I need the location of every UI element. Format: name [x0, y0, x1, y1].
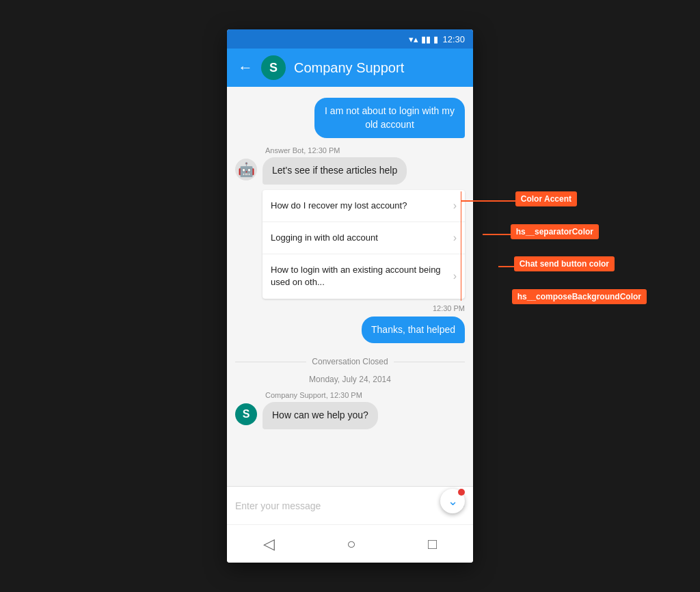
- annotation-separator-color: hs__separatorColor: [511, 224, 599, 239]
- company-avatar-letter: S: [243, 408, 250, 420]
- nav-home-icon[interactable]: ○: [347, 535, 355, 553]
- conversation-closed-label: Conversation Closed: [312, 357, 388, 366]
- annotation-vertical-line: [461, 191, 462, 301]
- chevron-down-icon: ⌄: [448, 494, 458, 509]
- user-bubble-2: Thanks, that helped: [362, 317, 465, 344]
- article-cards: How do I recover my lost account? › Logg…: [262, 190, 465, 299]
- phone-shell: ▾▴ ▮▮ ▮ 12:30 ← S Company Support I am n…: [227, 29, 473, 563]
- battery-icon: ▮: [433, 34, 438, 44]
- compose-area: ➤: [227, 486, 473, 524]
- chevron-right-icon-3: ›: [453, 270, 457, 282]
- article-text-1: How do I recover my lost account?: [271, 200, 448, 212]
- conversation-closed-row: Conversation Closed: [227, 346, 473, 372]
- bot-avatar: 🤖: [235, 159, 257, 180]
- user-message-1: I am not about to login with my old acco…: [227, 95, 473, 141]
- nav-back-icon[interactable]: ◁: [263, 535, 275, 553]
- chevron-right-icon-2: ›: [453, 232, 457, 244]
- bot-message-row-1: 🤖 Let's see if these articles help: [227, 156, 473, 186]
- article-item-3[interactable]: How to login with an existing account be…: [262, 254, 465, 298]
- bot-avatar-icon: 🤖: [235, 159, 257, 180]
- bottom-nav: ◁ ○ □: [227, 524, 473, 563]
- article-text-2: Logging in with old account: [271, 232, 448, 244]
- annotation-color-accent: Color Accent: [515, 191, 577, 206]
- annotation-line-3: [498, 266, 515, 267]
- closed-line-left: [235, 362, 306, 362]
- signal-icon: ▮▮: [421, 34, 431, 44]
- message-input[interactable]: [235, 500, 447, 511]
- article-item-1[interactable]: How do I recover my lost account? ›: [262, 190, 465, 222]
- status-time: 12:30: [442, 34, 465, 44]
- bot-message-row-2: S How can we help you?: [227, 401, 473, 431]
- chat-area: I am not about to login with my old acco…: [227, 87, 473, 524]
- unread-dot: [458, 489, 465, 496]
- chevron-right-icon-1: ›: [453, 200, 457, 212]
- scroll-down-button[interactable]: ⌄: [440, 489, 465, 513]
- bot-bubble-2: How can we help you?: [262, 402, 378, 429]
- closed-line-right: [394, 362, 465, 362]
- contact-avatar: S: [261, 55, 286, 80]
- app-bar-title: Company Support: [294, 60, 404, 76]
- timestamp-1: 12:30 PM: [227, 303, 473, 314]
- annotation-line-1: [461, 200, 515, 202]
- bot-bubble-1: Let's see if these articles help: [262, 157, 407, 185]
- user-message-2: Thanks, that helped: [227, 314, 473, 347]
- article-item-2[interactable]: Logging in with old account ›: [262, 222, 465, 254]
- wifi-icon: ▾▴: [409, 34, 418, 44]
- date-separator: Monday, July 24, 2014: [227, 372, 473, 390]
- app-bar: ← S Company Support: [227, 49, 473, 87]
- user-bubble-1: I am not about to login with my old acco…: [314, 98, 465, 138]
- annotation-compose-bg: hs__composeBackgroundColor: [512, 289, 647, 304]
- back-button[interactable]: ←: [238, 59, 253, 77]
- bot-sender-label: Answer Bot, 12:30 PM: [227, 141, 473, 156]
- article-text-3: How to login with an existing account be…: [271, 264, 448, 288]
- annotation-send-button-color: Chat send button color: [514, 256, 615, 271]
- company-sender-label: Company Support, 12:30 PM: [227, 390, 473, 401]
- status-bar: ▾▴ ▮▮ ▮ 12:30: [227, 29, 473, 49]
- nav-recents-icon[interactable]: □: [428, 535, 437, 553]
- status-icons: ▾▴ ▮▮ ▮: [409, 34, 438, 44]
- scene: ▾▴ ▮▮ ▮ 12:30 ← S Company Support I am n…: [0, 0, 700, 592]
- company-avatar: S: [235, 403, 257, 425]
